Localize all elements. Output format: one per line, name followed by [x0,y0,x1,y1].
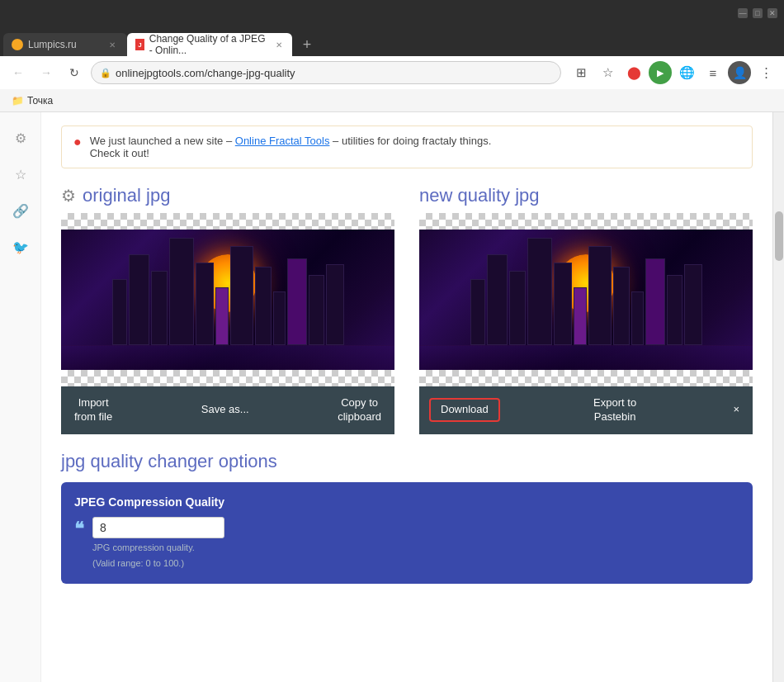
building-11 [309,275,324,345]
new-building-3 [509,271,526,345]
new-tab-button[interactable]: + [295,33,319,56]
menu-icon[interactable]: ≡ [701,61,725,84]
building-10 [287,258,307,345]
new-building-6 [574,287,587,345]
left-sidebar: ⚙ ☆ 🔗 🐦 [0,112,41,682]
new-jpg-panel: new quality jpg [419,185,753,434]
translate-icon[interactable]: ⊞ [569,61,593,84]
forward-button[interactable]: → [35,61,58,84]
options-panel: JPEG Compression Quality ❝ JPG compressi… [61,482,753,584]
extension-green-icon[interactable]: ▶ [649,61,672,84]
building-7 [230,246,253,345]
download-button[interactable]: Download [429,398,500,422]
original-jpg-title: ⚙ original jpg [61,185,394,206]
building-9 [273,291,286,345]
option-hint-2: (Valid range: 0 to 100.) [92,557,224,570]
back-button[interactable]: ← [7,61,30,84]
new-checker-bottom [419,370,753,386]
address-text: onlinejpgtools.com/change-jpg-quality [116,67,295,79]
close-new-panel-button[interactable]: × [730,401,743,419]
bookmark-star-icon[interactable]: ☆ [596,61,619,84]
import-from-file-button[interactable]: Importfrom file [71,395,116,426]
toolbar-icons: ⊞ ☆ ⬤ ▶ 🌐 ≡ 👤 ⋮ [569,61,777,84]
new-building-5 [554,263,572,345]
notice-text-after: – utilities for doing fractaly things. [333,135,491,147]
avatar-icon[interactable]: 👤 [728,61,751,84]
original-water [61,345,394,370]
building-2 [129,254,149,345]
globe-icon[interactable]: 🌐 [675,61,698,84]
maximize-button[interactable]: □ [753,8,763,18]
sidebar-link-icon[interactable]: 🔗 [8,198,33,223]
main-content: ● We just launched a new site – Online F… [41,112,772,682]
close-button[interactable]: ✕ [767,8,777,18]
new-water [419,345,753,370]
new-building-2 [487,254,508,345]
original-title-text: original jpg [83,185,170,206]
original-checker-top [61,213,394,230]
sidebar-star-icon[interactable]: ☆ [8,162,33,187]
refresh-button[interactable]: ↻ [63,61,86,84]
new-building-9 [631,291,644,345]
export-to-pastebin-button[interactable]: Export toPastebin [590,395,640,426]
address-input[interactable]: 🔒 onlinejpgtools.com/change-jpg-quality [91,61,561,84]
tabs-bar: Lumpics.ru ✕ J Change Quality of a JPEG … [0,26,784,56]
notice-text-before: We just launched a new site – [90,135,232,147]
bookmark-tochka[interactable]: 📁 Точка [7,93,58,108]
quote-icon: ❝ [74,519,84,540]
building-6 [215,287,229,345]
tab-close-2[interactable]: ✕ [274,38,284,51]
new-cityscape [419,230,753,370]
tab-close-1[interactable]: ✕ [106,38,119,51]
sidebar-settings-icon[interactable]: ⚙ [8,126,33,150]
title-bar: — □ ✕ [0,0,784,26]
option-row: ❝ JPG compression quality. (Valid range:… [74,517,739,571]
original-jpg-panel: ⚙ original jpg [61,185,394,434]
new-building-8 [613,267,630,345]
new-building-12 [684,264,702,345]
original-buildings [61,238,394,345]
notice-text: We just launched a new site – Online Fra… [90,135,492,159]
quality-input[interactable] [92,517,224,538]
option-hint-1: JPG compression quality. [92,542,224,554]
opera-icon[interactable]: ⬤ [622,61,645,84]
notice-fractal-link[interactable]: Online Fractal Tools [235,135,330,147]
building-3 [151,271,168,345]
new-preview-image [419,230,753,370]
sidebar-twitter-icon[interactable]: 🐦 [8,234,33,259]
building-5 [196,263,214,345]
tab-label-1: Lumpics.ru [28,39,77,50]
options-section: jpg quality changer options JPEG Compres… [61,451,753,584]
original-preview-image [61,230,394,370]
tab-favicon-2: J [135,39,144,50]
tab-change-quality[interactable]: J Change Quality of a JPEG - Onlin... ✕ [127,33,292,56]
notice-bar: ● We just launched a new site – Online F… [61,126,753,168]
save-as-button[interactable]: Save as... [198,401,253,419]
copy-to-clipboard-button[interactable]: Copy toclipboard [334,395,385,426]
new-buildings [419,238,753,345]
notice-check-text: Check it out! [90,147,149,159]
new-title-text: new quality jpg [419,185,540,206]
notice-icon: ● [73,135,82,149]
original-action-bar: Importfrom file Save as... Copy toclipbo… [61,386,394,434]
new-checker-top [419,213,753,230]
option-input-wrap: JPG compression quality. (Valid range: 0… [92,517,224,571]
address-bar: ← → ↻ 🔒 onlinejpgtools.com/change-jpg-qu… [0,56,784,89]
new-building-11 [667,275,682,345]
tab-favicon-1 [12,39,23,50]
tools-grid: ⚙ original jpg [61,185,753,434]
building-8 [255,267,272,345]
bookmark-label: Точка [27,95,53,107]
tab-lumpics[interactable]: Lumpics.ru ✕ [3,33,127,56]
option-label: JPEG Compression Quality [74,495,739,509]
page-content: ⚙ ☆ 🔗 🐦 ● We just launched a new site – … [0,112,784,682]
bookmark-icon: 📁 [12,95,24,107]
new-jpg-title: new quality jpg [419,185,753,206]
minimize-button[interactable]: — [738,8,748,18]
more-button[interactable]: ⋮ [754,61,777,84]
scrollbar-thumb[interactable] [775,211,783,261]
building-4 [169,238,194,345]
tab-label-2: Change Quality of a JPEG - Onlin... [149,33,269,56]
scrollbar[interactable] [772,112,784,682]
new-building-1 [470,279,485,345]
